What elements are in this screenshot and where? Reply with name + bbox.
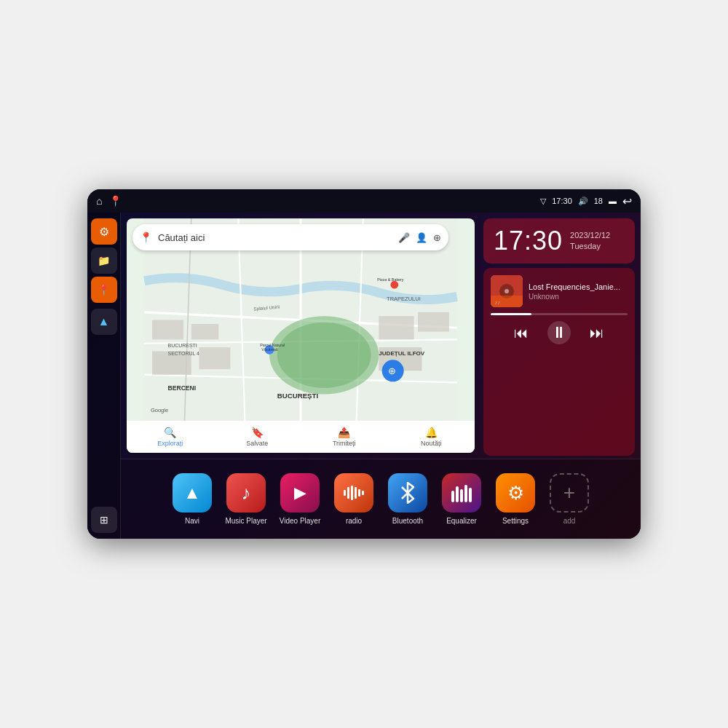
- svg-rect-38: [347, 487, 349, 499]
- svg-text:Google: Google: [151, 407, 168, 414]
- equalizer-icon-img: [442, 473, 481, 513]
- account-icon[interactable]: 👤: [416, 232, 427, 243]
- app-video-player[interactable]: ▶ Video Player: [278, 473, 322, 525]
- app-dock: ▲ Navi ♪ Music Player ▶ Video Player: [121, 459, 641, 539]
- equalizer-label: Equalizer: [446, 517, 477, 525]
- top-section: BERCENI BUCUREȘTI SECTORUL 4 BUCUREȘTI J…: [121, 213, 641, 459]
- album-art: ♪♪: [491, 275, 523, 307]
- saved-icon: 🔖: [251, 427, 264, 438]
- settings-icon-img: ⚙: [496, 473, 535, 513]
- map-pin-icon: 📍: [98, 284, 110, 296]
- news-icon: 🔔: [425, 427, 438, 438]
- map-search-text[interactable]: Căutați aici: [158, 232, 392, 243]
- svg-text:♪♪: ♪♪: [494, 299, 500, 306]
- app-equalizer[interactable]: Equalizer: [440, 473, 483, 525]
- menu-icon[interactable]: ⊕: [433, 232, 441, 243]
- sidebar-settings-btn[interactable]: ⚙: [91, 218, 117, 245]
- map-nav-explore[interactable]: 🔍 Explorați: [127, 427, 214, 447]
- svg-rect-45: [460, 489, 463, 502]
- main-area: ⚙ 📁 📍 ▲ ⊞: [87, 213, 641, 539]
- saved-label: Salvate: [246, 440, 268, 447]
- svg-rect-15: [418, 312, 449, 332]
- explore-label: Explorați: [157, 440, 183, 447]
- sidebar: ⚙ 📁 📍 ▲ ⊞: [87, 213, 121, 539]
- mic-icon[interactable]: 🎤: [398, 232, 410, 243]
- explore-icon: 🔍: [164, 427, 176, 438]
- prev-button[interactable]: ⏮: [510, 321, 533, 344]
- clock-widget: 17:30 2023/12/12 Tuesday: [483, 218, 635, 264]
- music-title: Lost Frequencies_Janie...: [529, 282, 628, 291]
- svg-text:JUDEȚUL ILFOV: JUDEȚUL ILFOV: [379, 350, 425, 357]
- sidebar-files-btn[interactable]: 📁: [91, 248, 117, 274]
- app-bluetooth[interactable]: Bluetooth: [386, 473, 430, 525]
- app-navi[interactable]: ▲ Navi: [170, 473, 214, 525]
- bluetooth-icon-img: [388, 473, 427, 513]
- svg-text:BERCENI: BERCENI: [168, 384, 197, 392]
- app-add[interactable]: + add: [547, 473, 591, 525]
- home-icon[interactable]: ⌂: [96, 195, 102, 207]
- battery-level: 18: [594, 197, 603, 205]
- svg-rect-46: [464, 485, 467, 502]
- add-icon-img: +: [550, 473, 589, 513]
- map-nav-saved[interactable]: 🔖 Salvate: [214, 427, 301, 447]
- status-left: ⌂ 📍: [96, 195, 122, 207]
- app-radio[interactable]: radio: [332, 473, 376, 525]
- svg-rect-11: [191, 324, 219, 339]
- map-nav-share[interactable]: 📤 Trimiteți: [301, 427, 388, 447]
- map-bottom-nav: 🔍 Explorați 🔖 Salvate 📤 Trimiteți: [127, 421, 475, 453]
- svg-rect-47: [469, 488, 472, 502]
- svg-text:BUCUREȘTI: BUCUREȘTI: [168, 343, 197, 349]
- car-head-unit: ⌂ 📍 ▽ 17:30 🔊 18 ▬ ↩ ⚙ 📁 📍 ▲: [87, 189, 641, 539]
- navi-icon-img: ▲: [173, 473, 212, 513]
- map-search-bar[interactable]: 📍 Căutați aici 🎤 👤 ⊕: [132, 224, 448, 250]
- battery-icon: ▬: [609, 197, 617, 205]
- svg-rect-14: [379, 316, 414, 339]
- next-button[interactable]: ⏭: [585, 321, 609, 344]
- sidebar-map-btn[interactable]: 📍: [91, 277, 117, 303]
- svg-rect-43: [451, 491, 454, 502]
- map-frame: BERCENI BUCUREȘTI SECTORUL 4 BUCUREȘTI J…: [127, 218, 475, 453]
- news-label: Noutăți: [421, 440, 442, 447]
- svg-text:TRAPEZULUI: TRAPEZULUI: [387, 296, 421, 302]
- status-right: ▽ 17:30 🔊 18 ▬ ↩: [540, 194, 632, 208]
- map-content[interactable]: BERCENI BUCUREȘTI SECTORUL 4 BUCUREȘTI J…: [127, 218, 475, 453]
- app-settings[interactable]: ⚙ Settings: [494, 473, 537, 525]
- music-progress-bar[interactable]: [491, 313, 628, 315]
- clock-date: 2023/12/12 Tuesday: [570, 230, 610, 253]
- svg-text:Pizza & Bakery: Pizza & Bakery: [377, 277, 404, 282]
- share-icon: 📤: [338, 427, 350, 438]
- svg-text:Parcul Natural: Parcul Natural: [260, 343, 285, 347]
- svg-rect-10: [152, 320, 183, 340]
- sidebar-nav-btn[interactable]: ▲: [91, 309, 117, 335]
- app-music-player[interactable]: ♪ Music Player: [224, 473, 268, 525]
- music-artist: Unknown: [529, 293, 628, 301]
- svg-rect-40: [355, 487, 357, 499]
- svg-rect-44: [456, 486, 459, 502]
- volume-icon: 🔊: [578, 197, 588, 206]
- folder-icon: 📁: [98, 255, 110, 266]
- sidebar-grid-btn[interactable]: ⊞: [91, 507, 117, 533]
- svg-rect-37: [344, 490, 346, 496]
- music-info: ♪♪ Lost Frequencies_Janie... Unknown: [491, 275, 628, 307]
- back-icon[interactable]: ↩: [622, 194, 632, 208]
- radio-icon-img: [334, 473, 373, 513]
- add-label: add: [563, 517, 576, 525]
- gear-icon: ⚙: [99, 225, 109, 239]
- svg-point-34: [505, 289, 509, 293]
- time-display: 17:30: [552, 197, 572, 205]
- svg-rect-41: [358, 489, 360, 496]
- svg-text:BUCUREȘTI: BUCUREȘTI: [277, 392, 319, 400]
- navi-label: Navi: [185, 517, 199, 525]
- share-label: Trimiteți: [333, 440, 356, 447]
- video-player-label: Video Player: [280, 517, 321, 525]
- status-bar: ⌂ 📍 ▽ 17:30 🔊 18 ▬ ↩: [87, 189, 641, 213]
- content-area: BERCENI BUCUREȘTI SECTORUL 4 BUCUREȘTI J…: [121, 213, 641, 539]
- google-maps-icon: 📍: [140, 232, 152, 243]
- pause-button[interactable]: ⏸: [547, 321, 571, 344]
- map-nav-news[interactable]: 🔔 Noutăți: [388, 427, 475, 447]
- video-player-icon-img: ▶: [280, 473, 320, 513]
- svg-point-28: [390, 281, 398, 289]
- maps-icon[interactable]: 📍: [109, 195, 122, 207]
- svg-rect-39: [351, 486, 353, 500]
- music-player-icon-img: ♪: [226, 473, 266, 513]
